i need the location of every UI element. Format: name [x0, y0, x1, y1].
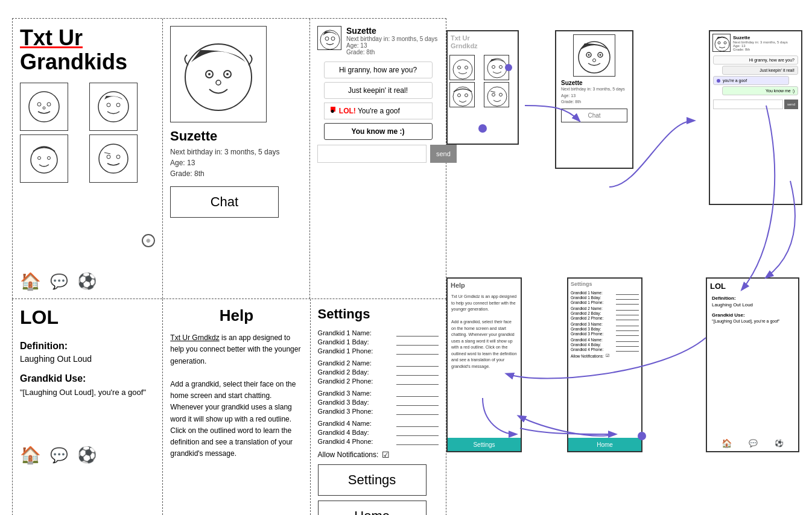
phone-avatar-4[interactable] — [484, 82, 509, 107]
phone-help-screen: Help Txt Ur Grndkdz is an app designed t… — [446, 277, 522, 452]
chat-header-avatar — [317, 26, 341, 50]
phone-lol-help-icon[interactable]: ⚽ — [775, 439, 784, 447]
home-circle-icon: ⊕ — [142, 234, 155, 247]
chat-input[interactable] — [317, 145, 427, 163]
avatar-2[interactable] — [89, 83, 138, 131]
panel-grandkid: Suzette Next birthday in: 3 months, 5 da… — [163, 19, 310, 299]
phone-lol-screen: LOL Definition: Laughing Out Loud Grandk… — [706, 277, 799, 452]
phone-lol-chat-icon[interactable]: 💬 — [749, 439, 758, 447]
grandkid-name: Suzette — [170, 128, 302, 144]
lol-definition-text: Laughing Out Loud — [20, 354, 155, 364]
phone-help-nav: Settings — [448, 438, 521, 451]
allow-notif-label: Allow Notifications: — [318, 450, 379, 459]
face-icon-1 — [26, 89, 62, 125]
chat-icon[interactable]: 💬 — [50, 273, 68, 290]
phone-grandkid-detail: Suzette Next birthday in: 3 months, 5 da… — [555, 30, 633, 169]
face-icon-3 — [26, 141, 62, 177]
phone-mockups: Txt UrGrndkdz — [440, 18, 812, 494]
phone-home-add-btn[interactable] — [478, 124, 487, 133]
avatar-grid — [20, 83, 155, 183]
phone-avatar-2-selected[interactable] — [484, 55, 509, 80]
phone-settings-nav: Home — [568, 438, 641, 451]
lol-grandkid-use-text: "[Laughing Out Loud], you're a goof" — [20, 388, 155, 397]
avatar-3[interactable] — [20, 134, 68, 183]
home-icon[interactable]: 🏠 — [20, 271, 41, 291]
lol-definition-label: Definition: — [20, 341, 155, 352]
panel-home: Txt Ur Grandkids — [13, 19, 163, 299]
phone-help-nav-settings[interactable]: Settings — [473, 441, 495, 448]
message-3-lol[interactable]: ● LOL! You're a goof — [324, 103, 433, 119]
phone-chat-messages: Suzette Next birthday in: 3 months, 5 da… — [709, 30, 802, 205]
lol-help-icon[interactable]: ⚽ — [77, 446, 97, 464]
grandkid1-settings: Grandkid 1 Name: Grandkid 1 Bday: Grandk… — [318, 329, 439, 355]
lol-title: LOL — [20, 306, 155, 329]
svg-point-40 — [599, 54, 601, 55]
chat-header: Suzette Next birthday in: 3 months, 5 da… — [317, 26, 439, 55]
panel-help: Help Txt Ur Grndkdz is an app designed t… — [163, 299, 310, 515]
svg-point-18 — [226, 73, 229, 75]
lol-word[interactable]: LOL! — [339, 107, 356, 115]
avatar-4[interactable] — [89, 134, 138, 183]
svg-point-14 — [185, 44, 252, 110]
phone-msg-4: You know me :) — [722, 86, 798, 95]
settings-title: Settings — [318, 306, 439, 322]
panel-chat-detail: Suzette Next birthday in: 3 months, 5 da… — [310, 19, 446, 299]
phone-settings-nav-home[interactable]: Home — [597, 441, 613, 448]
phone-grandkid-details: Next birthday in: 3 months, 5 daysAge: 1… — [561, 86, 627, 106]
lol-chat-icon[interactable]: 💬 — [50, 447, 68, 464]
avatar-1[interactable] — [20, 83, 68, 131]
phone-settings-screen: Settings Grandkid 1 Name: Grandkid 1 Bda… — [567, 277, 642, 452]
grandkid2-settings: Grandkid 2 Name: Grandkid 2 Bday: Grandk… — [318, 359, 439, 385]
grandkid-avatar-large — [170, 26, 267, 122]
grandkid3-settings: Grandkid 3 Name: Grandkid 3 Bday: Grandk… — [318, 390, 439, 415]
phone-suzette-info: Next birthday in: 3 months, 5 daysAge: 1… — [733, 40, 788, 51]
phone-chat-input[interactable] — [713, 100, 783, 109]
phone-help-text: Txt Ur Grndkdz is an app designed to hel… — [448, 292, 521, 371]
home-button[interactable]: Home — [318, 501, 427, 515]
phone-avatar-3[interactable] — [449, 82, 475, 107]
face-icon-2 — [95, 89, 132, 125]
app-title: Txt Ur Grandkids — [20, 26, 155, 74]
chat-header-name: Suzette — [346, 26, 437, 36]
chat-header-info: Next birthday in: 3 months, 5 days Age: … — [346, 36, 437, 55]
help-icon[interactable]: ⚽ — [77, 272, 97, 291]
phone-chat-button[interactable]: Chat — [561, 109, 627, 122]
lol-home-icon[interactable]: 🏠 — [20, 445, 41, 465]
svg-point-29 — [453, 87, 472, 106]
lol-grandkid-use-label: Grandkid Use: — [20, 373, 155, 384]
panel-settings: Settings Grandkid 1 Name: Grandkid 1 Bda… — [311, 299, 446, 515]
phone-avatar-1[interactable] — [449, 55, 475, 80]
phone-grandkid-avatar — [573, 34, 615, 77]
checkbox-icon[interactable]: ☑ — [382, 450, 390, 460]
svg-point-23 — [453, 60, 472, 79]
panel-lol: LOL Definition: Laughing Out Loud Grandk… — [13, 299, 163, 515]
phone-settings-title: Settings — [568, 279, 641, 289]
phone-lol-title: LOL — [707, 279, 798, 294]
svg-point-10 — [99, 144, 128, 173]
phone-home-screen: Txt UrGrndkdz — [446, 30, 519, 145]
settings-button[interactable]: Settings — [318, 464, 427, 496]
help-title: Help — [170, 306, 302, 325]
phone-help-title: Help — [448, 279, 521, 292]
message-4: You know me :) — [324, 123, 433, 140]
svg-point-32 — [487, 87, 507, 106]
face-icon-4 — [95, 141, 132, 177]
phone-lol-nav: 🏠 💬 ⚽ — [707, 438, 798, 448]
phone-send-btn[interactable]: send — [784, 100, 798, 109]
help-app-link[interactable]: Txt Ur Grndkdz — [170, 333, 219, 342]
phone-grandkid-name: Suzette — [561, 80, 627, 86]
phone-suzette-name: Suzette — [733, 35, 788, 40]
phone-settings-nav-circle[interactable] — [638, 432, 646, 440]
phone-lol-home-icon[interactable]: 🏠 — [722, 438, 732, 448]
svg-point-39 — [588, 54, 589, 55]
chat-button[interactable]: Chat — [170, 186, 279, 218]
phone-msg-2: Just keepin' it real! — [722, 66, 798, 75]
message-1: Hi granny, how are you? — [324, 62, 433, 78]
phone-msg-3-lol[interactable]: you're a goof — [713, 76, 789, 85]
message-2: Just keepin' it real! — [324, 82, 433, 99]
grandkid-info: Next birthday in: 3 months, 5 days Age: … — [170, 147, 302, 179]
chat-input-row: send — [317, 145, 439, 163]
phone-msg-1: Hi granny, how are you? — [713, 55, 798, 65]
phone-lol-content: Definition: Laughing Out Loud Grandkid U… — [707, 294, 798, 325]
svg-point-17 — [208, 73, 211, 75]
